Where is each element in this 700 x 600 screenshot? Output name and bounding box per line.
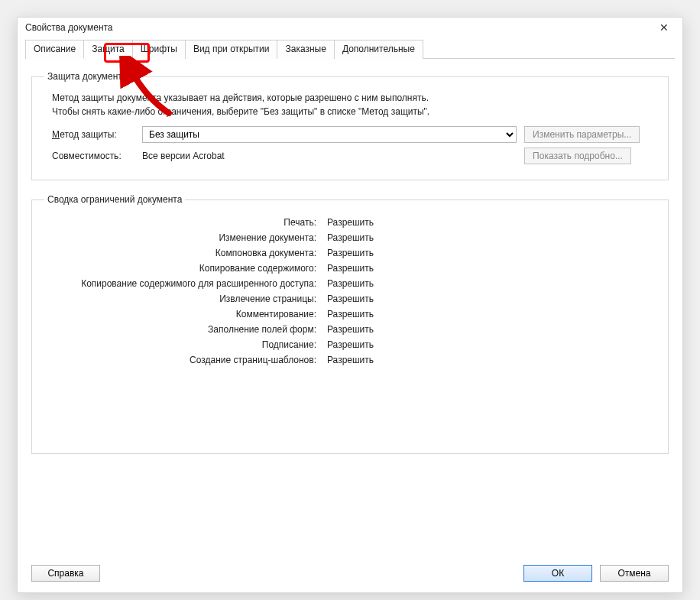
restriction-label: Создание страниц-шаблонов: — [44, 355, 327, 365]
window-title: Свойства документа — [25, 22, 113, 33]
tab-label: Шрифты — [141, 44, 177, 54]
restriction-row: Копирование содержимого:Разрешить — [44, 263, 656, 274]
restriction-label: Компоновка документа: — [44, 248, 327, 258]
security-method-row: Метод защиты: Без защиты Изменить параме… — [52, 126, 656, 143]
tab-label: Заказные — [285, 44, 326, 54]
restriction-row: Копирование содержимого для расширенного… — [44, 278, 656, 289]
security-description: Метод защиты документа указывает на дейс… — [52, 91, 656, 118]
tab-custom[interactable]: Заказные — [277, 40, 334, 59]
restriction-row: Изменение документа:Разрешить — [44, 232, 656, 243]
restriction-value: Разрешить — [327, 232, 480, 243]
tab-initial-view[interactable]: Вид при открытии — [185, 40, 278, 59]
compatibility-label: Совместимость: — [52, 151, 142, 161]
restriction-row: Извлечение страницы:Разрешить — [44, 294, 656, 304]
restriction-value: Разрешить — [327, 339, 480, 350]
compatibility-value: Все версии Acrobat — [142, 151, 517, 161]
restriction-value: Разрешить — [327, 263, 480, 274]
titlebar: Свойства документа ✕ — [18, 18, 682, 37]
security-legend: Защита документа — [44, 71, 130, 82]
restriction-value: Разрешить — [327, 248, 480, 258]
tab-security[interactable]: Защита — [83, 40, 133, 59]
restriction-value: Разрешить — [327, 217, 480, 228]
restriction-row: Создание страниц-шаблонов:Разрешить — [44, 355, 656, 365]
security-method-select[interactable]: Без защиты — [142, 126, 517, 143]
restriction-row: Заполнение полей форм:Разрешить — [44, 324, 656, 335]
restriction-row: Подписание:Разрешить — [44, 339, 656, 350]
restriction-label: Заполнение полей форм: — [44, 324, 327, 335]
tab-label: Защита — [92, 44, 125, 54]
restriction-label: Извлечение страницы: — [44, 294, 327, 304]
restriction-label: Подписание: — [44, 339, 327, 350]
document-properties-window: Свойства документа ✕ Описание Защита Шри… — [17, 17, 683, 593]
restriction-value: Разрешить — [327, 278, 480, 289]
restriction-value: Разрешить — [327, 294, 480, 304]
dialog-footer: Справка ОК Отмена — [31, 565, 669, 582]
tab-strip: Описание Защита Шрифты Вид при открытии … — [25, 39, 675, 59]
desc-line1: Метод защиты документа указывает на дейс… — [52, 92, 429, 103]
restriction-label: Комментирование: — [44, 309, 327, 319]
restriction-label: Изменение документа: — [44, 232, 327, 243]
restriction-value: Разрешить — [327, 324, 480, 335]
content-area: Защита документа Метод защиты документа … — [18, 59, 682, 475]
restriction-row: Компоновка документа:Разрешить — [44, 248, 656, 258]
desc-line2: Чтобы снять какие-либо ограничения, выбе… — [52, 106, 429, 117]
tab-description[interactable]: Описание — [25, 40, 84, 59]
close-button[interactable]: ✕ — [650, 18, 678, 37]
restriction-label: Копирование содержимого: — [44, 263, 327, 274]
security-method-label: Метод защиты: — [52, 129, 142, 140]
restrictions-group: Сводка ограничений документа Печать:Разр… — [31, 194, 669, 454]
tab-label: Дополнительные — [342, 44, 415, 54]
tab-fonts[interactable]: Шрифты — [132, 40, 186, 59]
close-icon: ✕ — [659, 21, 669, 34]
restriction-label: Копирование содержимого для расширенного… — [44, 278, 327, 289]
restriction-row: Комментирование:Разрешить — [44, 309, 656, 319]
compatibility-row: Совместимость: Все версии Acrobat Показа… — [52, 148, 656, 164]
change-settings-button: Изменить параметры... — [524, 126, 640, 143]
tab-advanced[interactable]: Дополнительные — [334, 40, 423, 59]
restriction-label: Печать: — [44, 217, 327, 228]
cancel-button[interactable]: Отмена — [600, 565, 669, 582]
restriction-row: Печать:Разрешить — [44, 217, 656, 228]
tab-label: Описание — [34, 44, 76, 54]
security-group: Защита документа Метод защиты документа … — [31, 71, 669, 180]
tab-label: Вид при открытии — [193, 44, 270, 54]
restrictions-legend: Сводка ограничений документа — [44, 194, 185, 205]
restriction-value: Разрешить — [327, 309, 480, 319]
restriction-value: Разрешить — [327, 355, 480, 365]
restrictions-list: Печать:Разрешить Изменение документа:Раз… — [44, 217, 656, 365]
ok-button[interactable]: ОК — [523, 565, 592, 582]
show-details-button: Показать подробно... — [524, 148, 631, 164]
help-button[interactable]: Справка — [31, 565, 100, 582]
